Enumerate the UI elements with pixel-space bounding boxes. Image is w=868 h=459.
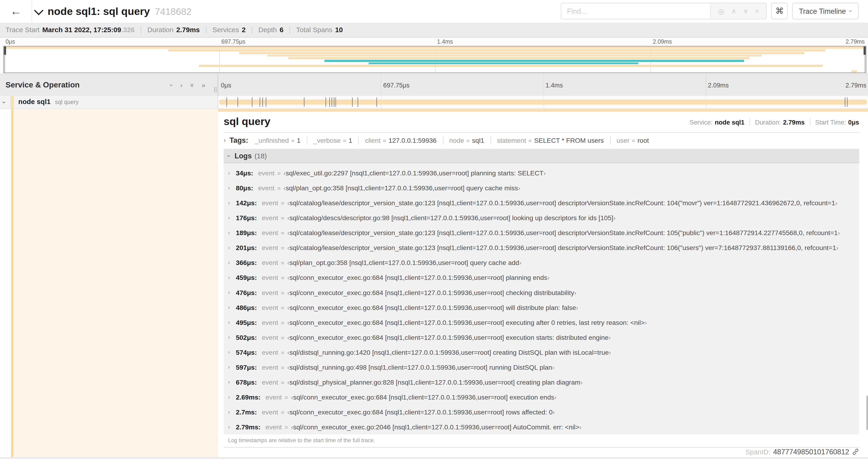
left-scrubber[interactable] [4, 46, 7, 72]
log-timestamp: 2.7ms: [236, 408, 257, 416]
log-row[interactable]: ›34μs:event=‹sql/exec_util.go:2297 [nsql… [223, 165, 859, 180]
tags-label: Tags: [229, 136, 248, 144]
span-row[interactable]: › node sql1sql query [0, 96, 868, 109]
log-key: event [262, 408, 278, 416]
log-row[interactable]: ›486μs:event=‹sql/conn_executor_exec.go:… [223, 300, 859, 315]
service-label: Service: [689, 119, 713, 125]
log-row[interactable]: ›476μs:event=‹sql/conn_executor_exec.go:… [223, 285, 859, 300]
minimap-canvas[interactable] [3, 46, 866, 73]
trace-name: node sql1: sql query [48, 6, 150, 17]
log-marker [226, 97, 227, 107]
summary-separator [206, 26, 206, 34]
column-resizer[interactable] [214, 87, 216, 92]
tag: user=root [610, 136, 655, 144]
span-detail-panel: sql query Service: node sql1 Duration: 2… [218, 109, 868, 459]
span-id-footer: SpanID: 4877749850101760812 [745, 448, 859, 456]
collapse-trace-chevron-icon[interactable] [34, 6, 43, 15]
span-id-value: 4877749850101760812 [773, 448, 849, 456]
log-row[interactable]: ›80μs:event=‹sql/plan_opt.go:358 [nsql1,… [223, 180, 859, 195]
log-row[interactable]: ›459μs:event=‹sql/conn_executor_exec.go:… [223, 270, 859, 285]
trace-view-selector[interactable]: Trace Timeline › [792, 3, 859, 19]
log-row[interactable]: ›201μs:event=‹sql/catalog/lease/descript… [223, 240, 859, 255]
find-input[interactable] [561, 3, 710, 19]
expand-one-icon[interactable]: › [180, 81, 183, 88]
detail-row-background [13, 109, 218, 459]
log-value: sql/plan_opt.go:358 [nsql1,client=127.0.… [286, 184, 518, 192]
chevron-down-icon[interactable]: › [0, 101, 8, 103]
span-row-timeline[interactable] [219, 96, 868, 108]
minimap-span-bar [168, 50, 825, 52]
log-key: event [262, 199, 278, 207]
summary-item: Services2 [213, 26, 246, 34]
log-marker [332, 97, 332, 107]
chevron-right-icon: › [228, 185, 233, 191]
prev-result-icon[interactable]: ∧ [731, 7, 736, 15]
summary-separator [141, 26, 141, 34]
trace-view-label: Trace Timeline [799, 7, 846, 15]
log-timestamp: 459μs: [236, 273, 257, 281]
log-row[interactable]: ›495μs:event=‹sql/conn_executor_exec.go:… [223, 315, 859, 330]
chevron-right-icon: › [228, 394, 233, 400]
log-timestamp: 486μs: [236, 303, 257, 311]
log-row[interactable]: ›189μs:event=‹sql/catalog/lease/descript… [223, 225, 859, 240]
span-row-name-column[interactable]: › node sql1sql query [0, 96, 218, 108]
log-value: sql/catalog/descs/descriptor.go:98 [nsql… [289, 214, 613, 222]
log-row[interactable]: ›2.7ms:event=‹sql/conn_executor_exec.go:… [223, 404, 859, 419]
right-scrubber[interactable] [863, 46, 866, 72]
log-key: event [262, 348, 278, 356]
log-value: sql/catalog/lease/descriptor_version_sta… [289, 244, 836, 252]
keyboard-shortcuts-button[interactable]: ⌘ [771, 3, 788, 19]
log-row[interactable]: ›678μs:event=‹sql/distsql_physical_plann… [223, 374, 859, 390]
tag-list: _unfinished=1_verbose=1client=127.0.0.1:… [255, 136, 655, 144]
span-id-label: SpanID: [745, 448, 770, 456]
next-result-icon[interactable]: ∨ [743, 7, 748, 15]
chevron-right-icon: › [228, 274, 233, 281]
log-value: sql/conn_executor_exec.go:684 [nsql1,cli… [289, 303, 576, 311]
detail-header: sql query Service: node sql1 Duration: 2… [218, 112, 868, 128]
log-row[interactable]: ›176μs:event=‹sql/catalog/descs/descript… [223, 210, 859, 225]
minimap-span-row [4, 65, 866, 67]
chevron-right-icon: › [228, 245, 233, 251]
span-log-ticks [219, 96, 868, 108]
clear-search-icon[interactable]: × [755, 7, 759, 15]
log-key: event [262, 318, 278, 326]
span-color-accent [10, 96, 14, 108]
log-row[interactable]: ›597μs:event=‹sql/distsql_running.go:498… [223, 360, 859, 374]
log-marker [260, 97, 260, 107]
logs-label: Logs [235, 152, 252, 160]
log-row[interactable]: ›2.69ms:event=‹sql/conn_executor_exec.go… [223, 390, 859, 404]
back-button[interactable]: ← [0, 0, 32, 23]
scrollbar-thumb[interactable] [866, 396, 868, 430]
find-actions: ◎ ∧ ∨ × [710, 3, 766, 19]
log-row[interactable]: ›502μs:event=‹sql/conn_executor_exec.go:… [223, 330, 859, 345]
logs-section: › Logs (18) ›34μs:event=‹sql/exec_util.g… [223, 149, 859, 448]
log-row[interactable]: ›574μs:event=‹sql/distsql_running.go:142… [223, 345, 859, 360]
log-timestamp: 2.79ms: [236, 423, 260, 431]
timeline-tick-label: 2.79ms [846, 38, 865, 45]
collapse-one-icon[interactable]: › [168, 84, 175, 86]
link-icon[interactable] [852, 448, 859, 456]
log-row[interactable]: ›2.79ms:event=‹sql/conn_executor_exec.go… [223, 419, 859, 434]
timeline-tick-label: 2.79ms [845, 81, 866, 88]
log-value: sql/catalog/lease/descriptor_version_sta… [289, 229, 838, 236]
trace-id: 7418682 [155, 6, 192, 17]
service-operation-header: Service & Operation [6, 74, 80, 96]
collapse-all-icon[interactable]: » [189, 83, 195, 87]
timeline-minimap: 0μs697.75μs1.4ms2.09ms2.79ms [0, 38, 868, 73]
span-operation-name: sql query [55, 98, 79, 105]
start-time-value: 0μs [848, 119, 859, 125]
timeline-tick-label: 697.75μs [221, 38, 245, 45]
log-row[interactable]: ›142μs:event=‹sql/catalog/lease/descript… [223, 195, 859, 210]
tag: client=127.0.0.1:59936 [359, 136, 443, 144]
log-marker [263, 97, 263, 107]
expand-all-icon[interactable]: » [202, 81, 205, 88]
trace-summary: Trace StartMarch 31 2022, 17:25:09.326Du… [0, 23, 868, 38]
tags-section[interactable]: › Tags: _unfinished=1_verbose=1client=12… [223, 133, 868, 147]
log-key: event [266, 423, 282, 431]
log-marker [358, 97, 358, 107]
log-row[interactable]: ›366μs:event=‹sql/plan_opt.go:358 [nsql1… [223, 255, 859, 270]
logs-header[interactable]: › Logs (18) [223, 149, 859, 163]
chevron-right-icon: › [228, 200, 233, 206]
match-target-icon[interactable]: ◎ [718, 7, 724, 15]
tag: _unfinished=1 [255, 136, 307, 144]
